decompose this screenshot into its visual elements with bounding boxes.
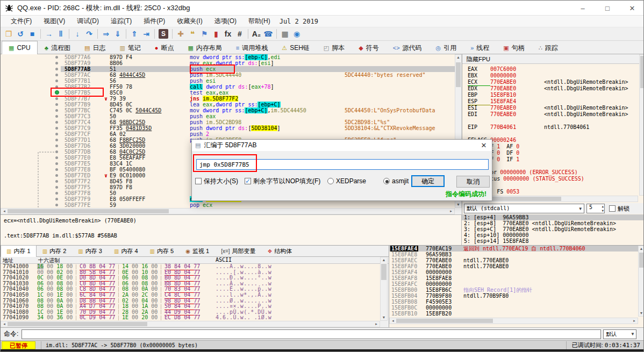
stack-row[interactable]: 15E8FB0C00000000 — [389, 305, 644, 311]
disasm-row[interactable]: 5D8F77A6897D F4mov dword ptr ss:[ebp-C],… — [1, 54, 455, 60]
calling-convention-select[interactable]: 默认 (stdcall)▼ — [464, 204, 584, 213]
tab-references[interactable]: ◎引用 — [429, 41, 464, 54]
argument-row[interactable]: 1: [esp+4] 96A59BB3 — [462, 214, 644, 220]
stack-row[interactable]: 15E8FAF400000000 — [389, 269, 644, 275]
tab-notes[interactable]: ▥笔记 — [112, 41, 147, 54]
stack-row[interactable]: 15E8FAE896A59BB3 — [389, 252, 644, 257]
arguments-view[interactable]: 1: [esp+4] 96A59BB32: [esp+8] 770EABE0 <… — [462, 214, 644, 245]
breakpoint-gutter[interactable] — [1, 96, 61, 102]
breakpoint-gutter[interactable] — [1, 184, 61, 190]
disasm-row[interactable]: 5D8F77AB51push ecx — [1, 66, 455, 72]
tab-dump-4[interactable]: ▥内存 4 — [108, 246, 144, 256]
keep-size-checkbox[interactable]: 保持大小(S) — [195, 175, 238, 187]
stack-row[interactable]: 15E8FAE4770EAC19返回到 ntdll.770EAC19 自 ntd… — [389, 246, 644, 252]
dump-vscrollbar[interactable]: ▲ ▼ — [380, 257, 388, 321]
stack-row[interactable]: 15E8FAF0770EABE0ntdll.770EABE0 — [389, 263, 644, 269]
label-icon[interactable]: ⚑ — [198, 28, 210, 39]
stack-row[interactable]: 15E8FB0015E8FB6C指向SEH_Record[1]的指针 — [389, 287, 644, 293]
breakpoint-gutter[interactable] — [1, 113, 61, 119]
step-into-trace-icon[interactable]: ⇓ — [112, 28, 124, 39]
arg-count-stepper[interactable]: 5▲▼ — [586, 204, 605, 213]
disasm-row[interactable]: 5D8F77B156push esi — [1, 78, 455, 84]
breakpoint-gutter[interactable] — [1, 190, 61, 196]
menu-favourites[interactable]: 收藏夹(I) — [171, 16, 208, 27]
breakpoint-gutter[interactable] — [1, 167, 61, 173]
step-out-icon[interactable]: ⇑ — [128, 28, 140, 39]
breakpoint-gutter[interactable] — [1, 143, 61, 149]
comment-icon[interactable]: ❝ — [187, 28, 198, 39]
breakpoint-gutter[interactable] — [1, 178, 61, 184]
argument-row[interactable]: 4: [esp+10] 00000000 — [462, 232, 644, 238]
tab-handles[interactable]: ▣句柄 — [496, 41, 531, 54]
breakpoint-gutter[interactable] — [1, 54, 61, 60]
menu-trace[interactable]: 追踪(T) — [105, 16, 138, 27]
tab-cpu[interactable]: ▦CPU — [2, 41, 38, 54]
menu-debug[interactable]: 调试(D) — [71, 16, 105, 27]
tab-locals[interactable]: [x=]局部变量 — [215, 246, 261, 256]
breakpoint-gutter[interactable] — [1, 149, 61, 155]
stack-row[interactable]: 15E8FB1015E8FB20 — [389, 311, 644, 317]
tab-watch-1[interactable]: ◉监视 1 — [180, 246, 215, 256]
case-tool-icon[interactable]: A₂ — [251, 28, 262, 39]
hide-fpu-button[interactable]: 隐藏FPU — [462, 54, 644, 64]
breakpoint-gutter[interactable] — [1, 66, 61, 72]
attach-icon[interactable]: ☎ — [262, 28, 274, 39]
minimize-button[interactable]: – — [570, 1, 595, 16]
cancel-button[interactable]: 取消 — [456, 176, 490, 188]
dump-hscrollbar[interactable]: ◂ ▸ — [1, 321, 380, 327]
tab-dump-5[interactable]: ▥内存 5 — [144, 246, 180, 256]
dialog-close-icon[interactable]: ✕ — [476, 141, 492, 149]
tab-symbols[interactable]: ◆符号 — [352, 41, 385, 54]
breakpoint-gutter[interactable] — [1, 102, 61, 107]
disasm-row[interactable]: 5D8F77CF6A 02push 2 — [1, 131, 455, 137]
disasm-row[interactable]: 5D8F77B7∨79 39jns im.5D8F77F2 — [1, 96, 455, 102]
stack-row[interactable]: 15E8FAFC00000000 — [389, 281, 644, 287]
breakpoint-gutter[interactable] — [1, 202, 61, 208]
open-file-icon[interactable]: ❐ — [3, 28, 15, 39]
step-into-icon[interactable]: ↓ — [71, 28, 83, 39]
breakpoint-gutter[interactable] — [1, 78, 61, 84]
argument-row[interactable]: 3: [esp+C] 770EABE0 <ntdll.DbgUiRemoteBr… — [462, 226, 644, 232]
stack-hscrollbar[interactable]: ◂ ▸ — [389, 318, 638, 324]
breakpoint-gutter[interactable] — [1, 161, 61, 167]
tab-dump-2[interactable]: ▥内存 2 — [37, 246, 73, 256]
menu-help[interactable]: 帮助(H) — [242, 16, 276, 27]
bookmark-icon[interactable]: ▮ — [210, 28, 222, 39]
tab-dump-3[interactable]: ▥内存 3 — [72, 246, 108, 256]
registers-vscrollbar[interactable] — [639, 54, 644, 196]
breakpoint-gutter[interactable] — [1, 125, 61, 131]
tab-source[interactable]: <>源代码 — [386, 41, 429, 54]
maximize-button[interactable]: □ — [595, 1, 620, 16]
disasm-row[interactable]: 5D8F77FE59pop ecx — [1, 202, 455, 208]
internet-icon[interactable]: ◉ — [291, 28, 303, 39]
breakpoint-gutter[interactable] — [1, 84, 61, 90]
breakpoint-gutter[interactable] — [1, 196, 61, 202]
xedparse-radio[interactable]: XEDParse — [327, 175, 366, 187]
restart-icon[interactable]: ↺ — [15, 28, 26, 39]
menu-plugins[interactable]: 插件(P) — [138, 16, 171, 27]
disasm-hscrollbar[interactable]: ◂ ▸ — [1, 208, 455, 214]
stack-row[interactable]: 15E8FB04770B9F80ntdll.770B9F80 — [389, 293, 644, 299]
run-to-cursor-icon[interactable]: ⇒ — [100, 28, 112, 39]
stack-row[interactable]: 15E8FB08F45905E3 — [389, 299, 644, 305]
run-icon[interactable]: → — [43, 28, 55, 39]
nop-fill-checkbox[interactable]: 剩余字节以NOP填充(F) — [245, 175, 320, 187]
calculator-icon[interactable]: ▦ — [279, 28, 291, 39]
memory-map-tool-icon[interactable]: # — [234, 28, 246, 39]
disasm-row[interactable]: 5D8F77B2FF50 78call dword ptr ds:[eax+78… — [1, 84, 455, 90]
tab-breakpoints[interactable]: ●断点 — [148, 41, 181, 54]
stack-row[interactable]: 15E8FAF815E8FAE8 — [389, 275, 644, 281]
dump-row[interactable]: 7704109034 00 36 000C D9 04 771E 00 20 0… — [1, 315, 380, 321]
disasm-row[interactable]: 5D8F77C468 98BDC25Dpush im.5DC2BD985DC2B… — [1, 119, 455, 125]
patch-icon[interactable]: ✚ — [175, 28, 187, 39]
stop-badge-icon[interactable]: S — [159, 29, 168, 39]
tab-struct[interactable]: ❖结构体 — [262, 246, 298, 256]
disasm-row[interactable]: 5D8F77AC68 4044C45Dpush im.5DC444405DC44… — [1, 72, 455, 78]
pause-icon[interactable]: ‖ — [55, 28, 67, 39]
disasm-row[interactable]: 5D8F77B98D45 0Clea eax,dword ptr ss:[ebp… — [1, 102, 455, 107]
stack-view[interactable]: 15E8FAE4770EAC19返回到 ntdll.770EAC19 自 ntd… — [389, 245, 644, 327]
unlock-checkbox[interactable] — [609, 205, 616, 212]
breakpoint-gutter[interactable] — [1, 173, 61, 178]
step-over-icon[interactable]: ↷ — [83, 28, 95, 39]
breakpoint-gutter[interactable] — [1, 155, 61, 161]
